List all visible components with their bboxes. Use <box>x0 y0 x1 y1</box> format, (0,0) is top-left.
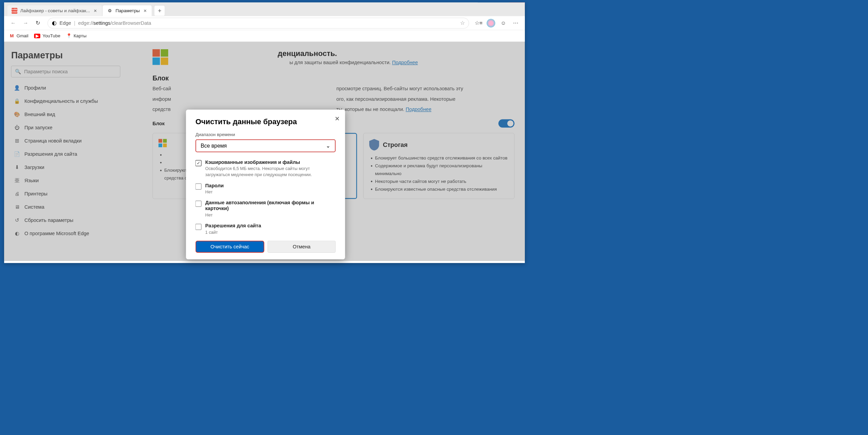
tab-settings[interactable]: ⚙ Параметры ✕ <box>103 5 152 16</box>
youtube-icon: ▶ <box>34 34 40 38</box>
chevron-down-icon: ⌄ <box>326 143 330 149</box>
checkbox-row[interactable]: Пароли Нет <box>195 180 333 197</box>
bookmark-label: Gmail <box>17 33 28 39</box>
favorites-icon[interactable]: ☆≡ <box>473 18 484 29</box>
gear-icon: ⚙ <box>107 8 113 14</box>
checkbox-label: Кэшированные изображения и файлы <box>205 159 333 165</box>
bookmark-label: Карты <box>74 33 86 39</box>
bookmark-youtube[interactable]: ▶ YouTube <box>34 33 60 39</box>
checkbox-sublabel: Освободится 6,5 МБ места. Некоторые сайт… <box>205 166 333 178</box>
bookmark-gmail[interactable]: M Gmail <box>9 33 28 39</box>
checkbox-label: Пароли <box>205 183 333 188</box>
tab-label: Лайфхакер - советы и лайфхак... <box>20 8 90 14</box>
checkbox-icon[interactable] <box>195 224 201 230</box>
address-bar[interactable]: ◐ Edge | edge://settings/clearBrowserDat… <box>47 18 469 29</box>
bookmark-label: YouTube <box>42 33 60 39</box>
toolbar: ← → ↻ ◐ Edge | edge://settings/clearBrow… <box>4 16 525 30</box>
select-value: Все время <box>201 143 227 149</box>
checkbox-icon[interactable] <box>195 183 201 189</box>
dialog-title: Очистить данные браузера <box>195 117 335 126</box>
clear-data-dialog: ✕ Очистить данные браузера Диапазон врем… <box>186 110 345 259</box>
checkbox-label: Разрешения для сайта <box>205 223 333 229</box>
forward-button[interactable]: → <box>20 18 31 29</box>
content-area: Параметры 🔍 Параметры поиска 👤Профили🔒Ко… <box>4 42 525 261</box>
new-tab-button[interactable]: + <box>154 5 165 16</box>
back-button[interactable]: ← <box>8 18 19 29</box>
time-range-select[interactable]: Все время ⌄ <box>195 139 335 152</box>
close-tab-icon[interactable]: ✕ <box>143 8 148 13</box>
checkbox-row[interactable]: Разрешения для сайта 1 сайт <box>195 220 333 235</box>
bookmark-maps[interactable]: 📍 Карты <box>66 33 86 39</box>
edge-icon: ◐ <box>52 20 57 26</box>
dialog-close-icon[interactable]: ✕ <box>335 115 340 122</box>
checkbox-sublabel: Нет <box>205 189 333 195</box>
browser-window: ─ ▢ ✕ ЛАЙФХАКЕР Лайфхакер - советы и лай… <box>4 2 525 263</box>
checkbox-sublabel: 1 сайт <box>205 229 333 235</box>
favorite-star-icon[interactable]: ☆ <box>460 20 465 26</box>
checkbox-icon[interactable]: ✓ <box>195 160 201 166</box>
gmail-icon: M <box>9 33 15 39</box>
tab-strip: ЛАЙФХАКЕР Лайфхакер - советы и лайфхак..… <box>4 2 525 16</box>
profile-avatar[interactable] <box>486 18 496 29</box>
time-range-label: Диапазон времени <box>195 132 335 137</box>
separator: | <box>74 20 75 26</box>
checkbox-row[interactable]: Данные автозаполнения (включая формы и к… <box>195 197 333 220</box>
maps-icon: 📍 <box>66 33 72 39</box>
refresh-button[interactable]: ↻ <box>33 18 43 29</box>
clear-now-button[interactable]: Очистить сейчас <box>195 241 264 252</box>
tab-label: Параметры <box>116 8 140 14</box>
url-text: edge://settings/clearBrowserData <box>78 20 151 26</box>
checkbox-row[interactable]: ✓ Кэшированные изображения и файлы Освоб… <box>195 157 333 180</box>
checkbox-icon[interactable] <box>195 201 201 207</box>
checkbox-sublabel: Нет <box>205 212 333 218</box>
cancel-button[interactable]: Отмена <box>268 241 335 252</box>
close-tab-icon[interactable]: ✕ <box>93 8 98 13</box>
face-icon[interactable]: ☺ <box>498 18 509 29</box>
more-menu-icon[interactable]: ⋯ <box>510 18 521 29</box>
data-type-list[interactable]: ✓ Кэшированные изображения и файлы Освоб… <box>195 157 335 235</box>
favicon-icon: ЛАЙФХАКЕР <box>12 8 17 14</box>
tab-lifehacker[interactable]: ЛАЙФХАКЕР Лайфхакер - советы и лайфхак..… <box>7 5 102 16</box>
edge-label: Edge <box>60 20 71 26</box>
bookmarks-bar: M Gmail ▶ YouTube 📍 Карты <box>4 30 525 42</box>
checkbox-label: Данные автозаполнения (включая формы и к… <box>205 200 333 211</box>
